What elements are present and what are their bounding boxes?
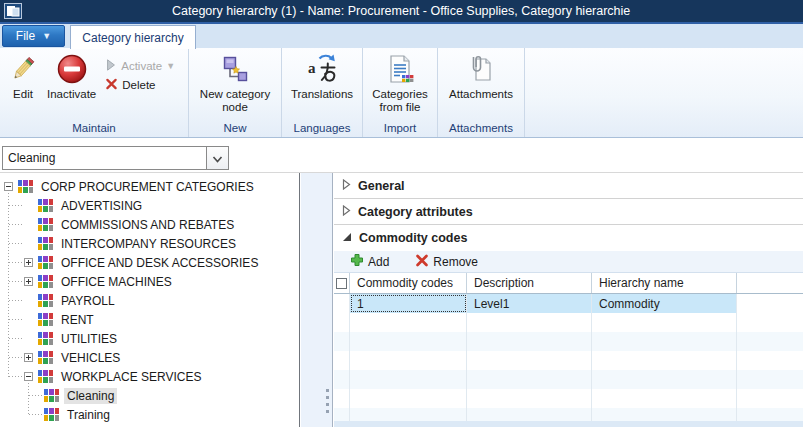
ribbon-group-languages: a Translations Languages — [282, 48, 363, 137]
section-commodity-codes[interactable]: Commodity codes — [334, 225, 803, 251]
expand-toggle[interactable] — [24, 353, 33, 362]
category-icon — [38, 351, 53, 364]
attachments-label: Attachments — [449, 88, 513, 101]
tree-item-advertising[interactable]: ADVERTISING — [0, 196, 299, 215]
chevron-down-icon: ▼ — [166, 61, 175, 71]
detail-pane: General Category attributes Commodity co… — [334, 173, 803, 427]
cell-description[interactable]: Level1 — [467, 294, 592, 313]
filter-row — [0, 139, 803, 172]
remove-button[interactable]: Remove — [415, 254, 478, 270]
chevron-down-icon: ▼ — [42, 32, 51, 41]
add-label: Add — [368, 255, 389, 269]
new-category-node-label: New category node — [196, 88, 274, 114]
edit-button[interactable]: Edit — [3, 51, 43, 103]
row-gutter — [334, 294, 350, 313]
grid-row-selected[interactable]: 1 Level1 Commodity — [334, 294, 803, 313]
hierarchy-filter-combobox[interactable] — [2, 146, 229, 170]
tree-item-training[interactable]: Training — [0, 405, 299, 424]
document-import-icon — [384, 53, 416, 85]
collapse-toggle[interactable] — [4, 182, 13, 191]
select-all-cell — [334, 273, 350, 293]
chevron-collapsed-icon — [342, 205, 351, 219]
column-header-description[interactable]: Description — [467, 273, 592, 293]
tree-item-payroll[interactable]: PAYROLL — [0, 291, 299, 310]
grid-empty-row — [334, 370, 803, 389]
category-icon — [38, 237, 53, 250]
filter-input[interactable] — [3, 147, 206, 169]
section-category-attributes[interactable]: Category attributes — [334, 199, 803, 225]
ribbon-group-new: New category node New — [189, 48, 282, 137]
delete-button[interactable]: Delete — [105, 75, 175, 94]
translations-button[interactable]: a Translations — [287, 51, 357, 103]
combobox-dropdown-button[interactable] — [206, 147, 228, 169]
tree-item-corp-procurement-categories[interactable]: CORP PROCUREMENT CATEGORIES — [0, 177, 299, 196]
tree-item-intercompany-resources[interactable]: INTERCOMPANY RESOURCES — [0, 234, 299, 253]
category-tree: CORP PROCUREMENT CATEGORIES ADVERTISING … — [0, 173, 299, 424]
group-label-new: New — [189, 122, 281, 134]
select-all-checkbox[interactable] — [336, 278, 347, 289]
group-label-attachments: Attachments — [438, 122, 524, 134]
file-menu-button[interactable]: File ▼ — [2, 25, 65, 47]
column-header-hierarchy-name[interactable]: Hierarchy name — [592, 273, 737, 293]
categories-from-file-label: Categories from file — [369, 88, 431, 114]
category-icon — [44, 408, 59, 421]
category-icon — [44, 389, 59, 402]
category-icon — [38, 294, 53, 307]
remove-x-icon — [415, 254, 429, 270]
window-title: Category hierarchy (1) - Name: Procureme… — [172, 0, 803, 22]
pane-splitter[interactable] — [301, 173, 333, 427]
file-menu-label: File — [16, 29, 35, 43]
group-label-maintain: Maintain — [0, 122, 188, 134]
commodity-codes-grid: Commodity codes Description Hierarchy na… — [334, 273, 803, 427]
tree-item-vehicles[interactable]: VEHICLES — [0, 348, 299, 367]
chevron-expanded-icon — [342, 231, 352, 245]
grid-empty-row — [334, 332, 803, 351]
edit-label: Edit — [13, 88, 33, 101]
tree-item-cleaning[interactable]: Cleaning — [0, 386, 299, 405]
inactivate-label: Inactivate — [47, 88, 96, 101]
category-icon — [38, 218, 53, 231]
category-icon — [38, 275, 53, 288]
new-category-node-button[interactable]: New category node — [192, 51, 278, 116]
no-entry-icon — [56, 53, 88, 85]
commodity-codes-toolbar: Add Remove — [334, 251, 803, 273]
cell-commodity-code[interactable]: 1 — [350, 294, 467, 313]
attachments-button[interactable]: Attachments — [445, 51, 517, 103]
cell-hierarchy-name[interactable]: Commodity — [592, 294, 737, 313]
expand-toggle[interactable] — [24, 277, 33, 286]
ribbon-group-attachments: Attachments Attachments — [438, 48, 525, 137]
category-icon — [38, 332, 53, 345]
window-icon — [4, 3, 22, 19]
collapse-toggle[interactable] — [24, 372, 33, 381]
ribbon-group-import: Categories from file Import — [363, 48, 438, 137]
tree-item-utilities[interactable]: UTILITIES — [0, 329, 299, 348]
category-icon — [18, 180, 33, 193]
translations-label: Translations — [291, 88, 353, 101]
tree-item-rent[interactable]: RENT — [0, 310, 299, 329]
grid-empty-row — [334, 389, 803, 408]
tree-item-office-and-desk-accessories[interactable]: OFFICE AND DESK ACCESSORIES — [0, 253, 299, 272]
inactivate-button[interactable]: Inactivate — [43, 51, 100, 103]
tab-label: Category hierarchy — [82, 31, 183, 45]
tab-category-hierarchy[interactable]: Category hierarchy — [70, 25, 196, 49]
group-label-import: Import — [363, 122, 437, 134]
tree-item-office-machines[interactable]: OFFICE MACHINES — [0, 272, 299, 291]
tree-item-workplace-services[interactable]: WORKPLACE SERVICES — [0, 367, 299, 386]
splitter-grip — [326, 389, 329, 413]
grid-empty-row — [334, 351, 803, 370]
activate-label: Activate — [121, 60, 162, 72]
application-window: Category hierarchy (1) - Name: Procureme… — [0, 0, 803, 427]
row-filler — [737, 294, 803, 313]
column-header-commodity-codes[interactable]: Commodity codes — [350, 273, 467, 293]
section-general[interactable]: General — [334, 173, 803, 199]
expand-toggle[interactable] — [24, 258, 33, 267]
title-bar: Category hierarchy (1) - Name: Procureme… — [0, 0, 803, 22]
add-button[interactable]: Add — [350, 253, 389, 270]
hierarchy-node-icon — [219, 53, 251, 85]
tree-item-commissions-and-rebates[interactable]: COMMISSIONS AND REBATES — [0, 215, 299, 234]
horizontal-scrollbar[interactable] — [334, 421, 803, 427]
grid-empty-row — [334, 313, 803, 332]
activate-button[interactable]: Activate ▼ — [105, 56, 175, 75]
delete-x-icon — [105, 78, 118, 92]
categories-from-file-button[interactable]: Categories from file — [365, 51, 435, 116]
